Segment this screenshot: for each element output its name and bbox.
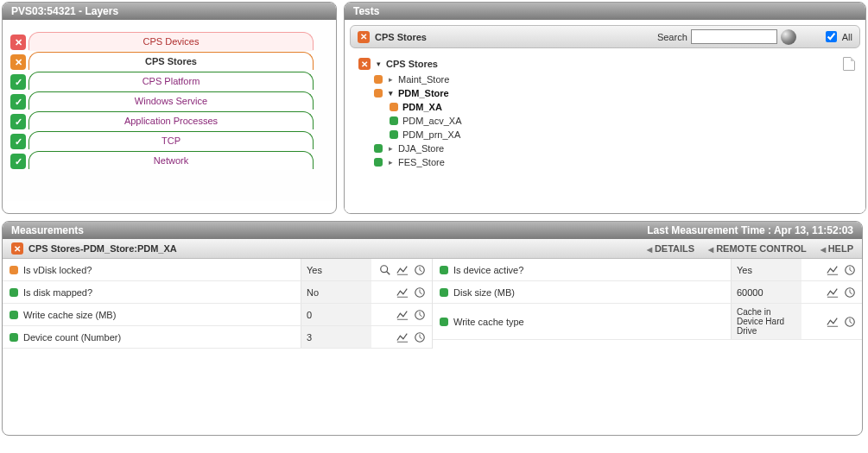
measurements-breadcrumb: CPS Stores-PDM_Store:PDM_XA — [29, 243, 647, 254]
layer-item[interactable]: ✕ CPS Devices — [29, 32, 314, 50]
svg-line-9 — [420, 293, 422, 294]
clock-icon[interactable] — [843, 263, 857, 277]
layer-item[interactable]: ✓ Network — [29, 151, 314, 169]
document-icon[interactable] — [843, 57, 855, 71]
svg-line-25 — [850, 293, 852, 294]
magnifier-icon[interactable] — [378, 263, 392, 277]
measurements-empty-area — [3, 349, 862, 435]
search-input[interactable] — [691, 29, 777, 44]
layer-item[interactable]: ✕ CPS Stores — [29, 52, 314, 70]
tree-row[interactable]: Maint_Store — [358, 72, 855, 86]
layer-item[interactable]: ✓ TCP — [29, 131, 314, 149]
tree-row[interactable]: PDM_Store — [358, 86, 855, 100]
search-label: Search — [657, 32, 687, 42]
layer-label: TCP — [162, 135, 181, 146]
layer-label: CPS Platform — [143, 76, 200, 86]
status-ok-icon — [440, 266, 448, 274]
measurement-label: Write cache type — [453, 317, 524, 327]
all-label: All — [842, 32, 852, 42]
clock-icon[interactable] — [413, 286, 427, 299]
tree-label: PDM_XA — [402, 102, 442, 112]
clock-icon[interactable] — [843, 286, 857, 299]
measurement-row: Is disk mapped? No — [3, 281, 432, 304]
measurement-value: Cache in Device Hard Drive — [731, 304, 801, 339]
tree-row[interactable]: PDM_XA — [358, 100, 855, 114]
help-link[interactable]: HELP — [820, 243, 853, 254]
status-ok-icon — [374, 144, 383, 153]
measurement-value: 0 — [301, 304, 371, 325]
status-warning-icon — [10, 266, 18, 274]
tree-row[interactable]: PDM_acv_XA — [358, 114, 855, 128]
chevron-right-icon[interactable] — [387, 75, 394, 84]
tree-row[interactable]: DJA_Store — [358, 142, 855, 155]
clock-icon[interactable] — [843, 315, 857, 329]
layers-list[interactable]: ✕ CPS Devices ✕ CPS Stores ✓ CPS Platfor… — [3, 20, 336, 201]
layer-label: Application Processes — [124, 116, 218, 126]
measurements-grid: Is vDisk locked? Yes Is disk mapped? No … — [3, 259, 862, 349]
search-button[interactable] — [781, 29, 796, 45]
layer-item[interactable]: ✓ Windows Service — [29, 91, 314, 110]
status-error-icon: ✕ — [358, 58, 371, 70]
tree-row[interactable]: ✕ CPS Stores — [358, 55, 855, 72]
measurement-row: Write cache type Cache in Device Hard Dr… — [433, 304, 862, 340]
tests-panel-title: Tests — [353, 5, 379, 17]
chart-icon[interactable] — [826, 263, 839, 277]
layer-item[interactable]: ✓ Application Processes — [29, 111, 314, 129]
chart-icon[interactable] — [396, 263, 409, 277]
tests-toolbar-title: CPS Stores — [375, 32, 657, 42]
chart-icon[interactable] — [826, 286, 839, 299]
measurement-value: Yes — [731, 259, 801, 280]
clock-icon[interactable] — [413, 308, 427, 322]
measurement-label: Device count (Number) — [23, 332, 121, 343]
tree-row[interactable]: FES_Store — [358, 155, 855, 169]
chart-icon[interactable] — [826, 315, 839, 329]
status-ok-icon: ✓ — [10, 114, 26, 129]
svg-line-1 — [387, 271, 390, 274]
measurement-row: Is vDisk locked? Yes — [3, 259, 432, 281]
measurement-row: Write cache size (MB) 0 — [3, 304, 432, 326]
chart-icon[interactable] — [396, 330, 409, 344]
status-error-icon: ✕ — [10, 54, 26, 70]
tests-panel: Tests ✕ CPS Stores Search All ✕ — [344, 2, 866, 214]
status-ok-icon: ✓ — [10, 74, 26, 90]
status-error-icon: ✕ — [10, 35, 26, 50]
status-ok-icon — [10, 311, 18, 319]
chart-icon[interactable] — [396, 308, 409, 322]
measurement-row: Disk size (MB) 60000 — [433, 281, 862, 304]
chevron-down-icon[interactable] — [387, 89, 394, 98]
tree-label: FES_Store — [398, 157, 445, 167]
tree-label: DJA_Store — [398, 143, 444, 154]
chevron-down-icon[interactable] — [375, 60, 382, 68]
measurement-label: Write cache size (MB) — [23, 310, 116, 320]
tree-label: PDM_prn_XA — [402, 129, 460, 140]
tests-tree: ✕ CPS Stores Maint_Store PDM_Store — [345, 53, 865, 176]
clock-icon[interactable] — [413, 330, 427, 344]
details-link[interactable]: DETAILS — [647, 243, 694, 254]
layers-panel-header: PVS03:54321 - Layers — [3, 3, 336, 20]
measurement-label: Is device active? — [453, 265, 523, 275]
status-ok-icon — [10, 288, 18, 297]
measurements-col-left: Is vDisk locked? Yes Is disk mapped? No … — [3, 259, 432, 349]
status-ok-icon — [390, 130, 398, 139]
tree-row[interactable]: PDM_prn_XA — [358, 128, 855, 142]
measurements-panel-header: Measurements Last Measurement Time : Apr… — [3, 222, 862, 239]
tree-label: PDM_acv_XA — [402, 116, 461, 126]
layers-panel: PVS03:54321 - Layers ✕ CPS Devices ✕ CPS… — [2, 2, 337, 214]
layer-item[interactable]: ✓ CPS Platform — [29, 72, 314, 90]
svg-line-21 — [850, 270, 852, 272]
chevron-right-icon[interactable] — [387, 144, 394, 153]
measurement-row: Device count (Number) 3 — [3, 326, 432, 349]
chevron-right-icon[interactable] — [387, 158, 394, 167]
status-ok-icon — [10, 333, 18, 342]
status-warning-icon — [390, 103, 398, 111]
chevron-left-icon — [708, 243, 713, 254]
measurement-row: Is device active? Yes — [433, 259, 862, 281]
all-checkbox-wrap[interactable]: All — [822, 28, 852, 45]
chart-icon[interactable] — [396, 286, 409, 299]
clock-icon[interactable] — [413, 263, 427, 277]
all-checkbox[interactable] — [826, 31, 837, 42]
tree-label: CPS Stores — [386, 59, 438, 69]
measurement-label: Is disk mapped? — [23, 287, 92, 298]
status-ok-icon — [440, 288, 448, 297]
remote-control-link[interactable]: REMOTE CONTROL — [708, 243, 807, 254]
